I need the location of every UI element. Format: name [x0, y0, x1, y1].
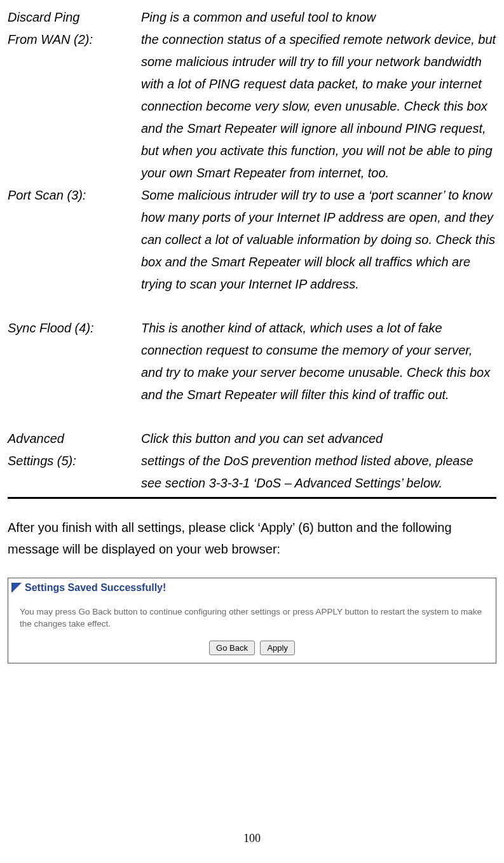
- panel-body-text: You may press Go Back button to continue…: [8, 597, 496, 637]
- def-port-scan: Port Scan (3): Some malicious intruder w…: [8, 184, 496, 296]
- panel-header: Settings Saved Successfully!: [8, 578, 496, 597]
- triangle-marker-icon: [11, 582, 22, 594]
- page: Discard Ping Ping is a common and useful…: [0, 0, 504, 863]
- def-desc: This is another kind of attack, which us…: [141, 317, 496, 406]
- spacer: [8, 406, 496, 428]
- def-desc: Some malicious intruder will try to use …: [141, 184, 496, 296]
- def-term: Advanced: [8, 428, 141, 450]
- def-desc: Ping is a common and useful tool to know: [141, 6, 496, 29]
- def-term: Sync Flood (4):: [8, 317, 141, 339]
- panel-title: Settings Saved Successfully!: [25, 582, 166, 594]
- def-desc: settings of the DoS prevention method li…: [141, 450, 496, 494]
- def-discard-ping-row1: Discard Ping Ping is a common and useful…: [8, 6, 496, 29]
- def-term: Discard Ping: [8, 6, 141, 29]
- def-term: Port Scan (3):: [8, 184, 141, 207]
- def-advanced-row1: Advanced Click this button and you can s…: [8, 428, 496, 450]
- def-desc: the connection status of a specified rem…: [141, 29, 496, 184]
- panel-button-row: Go Back Apply: [8, 637, 496, 663]
- def-desc: Click this button and you can set advanc…: [141, 428, 496, 450]
- divider: [8, 497, 496, 499]
- def-advanced-row2: Settings (5): settings of the DoS preven…: [8, 450, 496, 494]
- settings-saved-panel: Settings Saved Successfully! You may pre…: [8, 578, 496, 663]
- after-settings-text: After you finish with all settings, plea…: [8, 517, 496, 560]
- def-term: Settings (5):: [8, 450, 141, 472]
- page-number: 100: [0, 832, 504, 845]
- definitions-block: Discard Ping Ping is a common and useful…: [8, 6, 496, 494]
- def-term: From WAN (2):: [8, 29, 141, 51]
- def-sync-flood: Sync Flood (4): This is another kind of …: [8, 317, 496, 406]
- svg-marker-0: [11, 583, 22, 593]
- spacer: [8, 296, 496, 317]
- apply-button[interactable]: Apply: [260, 641, 295, 655]
- def-discard-ping-row2: From WAN (2): the connection status of a…: [8, 29, 496, 184]
- go-back-button[interactable]: Go Back: [209, 641, 255, 655]
